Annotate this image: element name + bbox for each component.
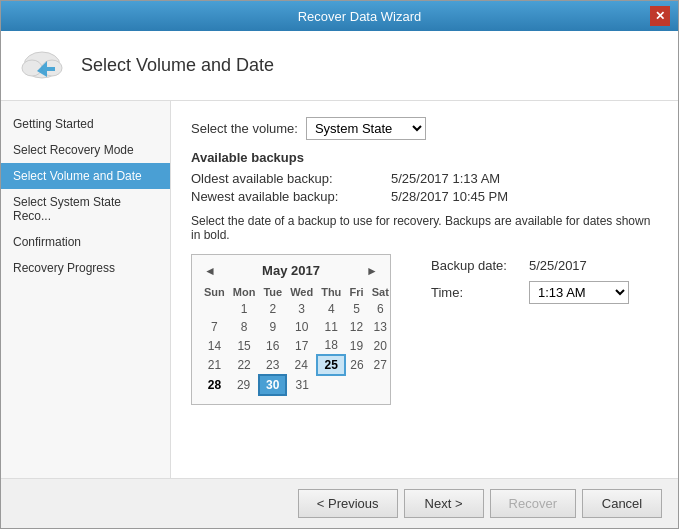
calendar: ◄ May 2017 ► Sun Mon Tue Wed Thu [191, 254, 391, 405]
calendar-day[interactable]: 2 [259, 300, 286, 318]
calendar-day[interactable]: 22 [229, 355, 260, 375]
oldest-backup-row: Oldest available backup: 5/25/2017 1:13 … [191, 171, 658, 186]
calendar-grid: Sun Mon Tue Wed Thu Fri Sat 123456789101… [200, 284, 393, 396]
calendar-day[interactable]: 31 [286, 375, 317, 395]
calendar-prev-button[interactable]: ◄ [200, 264, 220, 278]
day-header-sat: Sat [368, 284, 393, 300]
content-area: Getting Started Select Recovery Mode Sel… [1, 101, 678, 478]
page-title: Select Volume and Date [81, 55, 274, 76]
calendar-day[interactable]: 5 [345, 300, 367, 318]
calendar-day[interactable]: 26 [345, 355, 367, 375]
sidebar-item-select-recovery-mode[interactable]: Select Recovery Mode [1, 137, 170, 163]
calendar-day[interactable]: 21 [200, 355, 229, 375]
calendar-day[interactable]: 18 [317, 336, 345, 355]
available-backups-title: Available backups [191, 150, 658, 165]
volume-label: Select the volume: [191, 121, 298, 136]
sidebar-item-recovery-progress[interactable]: Recovery Progress [1, 255, 170, 281]
date-time-panel: Backup date: 5/25/2017 Time: 1:13 AM 10:… [431, 254, 629, 405]
calendar-day[interactable]: 14 [200, 336, 229, 355]
calendar-next-button[interactable]: ► [362, 264, 382, 278]
calendar-day[interactable]: 16 [259, 336, 286, 355]
calendar-month-title: May 2017 [262, 263, 320, 278]
sidebar-item-select-system-state[interactable]: Select System State Reco... [1, 189, 170, 229]
close-button[interactable]: ✕ [650, 6, 670, 26]
calendar-day[interactable]: 23 [259, 355, 286, 375]
calendar-day[interactable]: 12 [345, 318, 367, 336]
calendar-day[interactable]: 17 [286, 336, 317, 355]
calendar-day[interactable]: 13 [368, 318, 393, 336]
next-button[interactable]: Next > [404, 489, 484, 518]
calendar-day[interactable]: 25 [317, 355, 345, 375]
calendar-day[interactable]: 15 [229, 336, 260, 355]
calendar-day [317, 375, 345, 395]
time-select[interactable]: 1:13 AM 10:45 PM [529, 281, 629, 304]
backup-info: Available backups Oldest available backu… [191, 150, 658, 204]
cancel-button[interactable]: Cancel [582, 489, 662, 518]
volume-row: Select the volume: System State C:\ D:\ [191, 117, 658, 140]
day-header-tue: Tue [259, 284, 286, 300]
calendar-day[interactable]: 4 [317, 300, 345, 318]
previous-button[interactable]: < Previous [298, 489, 398, 518]
calendar-day [368, 375, 393, 395]
day-header-fri: Fri [345, 284, 367, 300]
day-header-mon: Mon [229, 284, 260, 300]
calendar-day[interactable]: 10 [286, 318, 317, 336]
calendar-day[interactable]: 3 [286, 300, 317, 318]
backup-date-value: 5/25/2017 [529, 258, 587, 273]
sidebar: Getting Started Select Recovery Mode Sel… [1, 101, 171, 478]
backup-date-label: Backup date: [431, 258, 521, 273]
calendar-day[interactable]: 6 [368, 300, 393, 318]
calendar-day[interactable]: 1 [229, 300, 260, 318]
calendar-day [345, 375, 367, 395]
calendar-header: ◄ May 2017 ► [200, 263, 382, 278]
calendar-date-section: ◄ May 2017 ► Sun Mon Tue Wed Thu [191, 254, 658, 405]
newest-value: 5/28/2017 10:45 PM [391, 189, 508, 204]
calendar-day[interactable]: 7 [200, 318, 229, 336]
main-panel: Select the volume: System State C:\ D:\ … [171, 101, 678, 478]
oldest-value: 5/25/2017 1:13 AM [391, 171, 500, 186]
day-header-sun: Sun [200, 284, 229, 300]
calendar-day[interactable]: 8 [229, 318, 260, 336]
calendar-day [200, 300, 229, 318]
volume-select[interactable]: System State C:\ D:\ [306, 117, 426, 140]
title-bar-controls: ✕ [650, 6, 670, 26]
calendar-day[interactable]: 11 [317, 318, 345, 336]
window-title: Recover Data Wizard [69, 9, 650, 24]
oldest-label: Oldest available backup: [191, 171, 391, 186]
calendar-day[interactable]: 9 [259, 318, 286, 336]
newest-backup-row: Newest available backup: 5/28/2017 10:45… [191, 189, 658, 204]
wizard-icon [17, 43, 67, 88]
calendar-day[interactable]: 24 [286, 355, 317, 375]
time-label: Time: [431, 285, 521, 300]
header: Select Volume and Date [1, 31, 678, 101]
svg-point-1 [22, 60, 42, 76]
calendar-day[interactable]: 27 [368, 355, 393, 375]
title-bar: Recover Data Wizard ✕ [1, 1, 678, 31]
day-header-thu: Thu [317, 284, 345, 300]
footer: < Previous Next > Recover Cancel [1, 478, 678, 528]
calendar-day[interactable]: 28 [200, 375, 229, 395]
sidebar-item-confirmation[interactable]: Confirmation [1, 229, 170, 255]
calendar-day[interactable]: 30 [259, 375, 286, 395]
newest-label: Newest available backup: [191, 189, 391, 204]
backup-date-row: Backup date: 5/25/2017 [431, 258, 629, 273]
calendar-day[interactable]: 20 [368, 336, 393, 355]
recover-button[interactable]: Recover [490, 489, 576, 518]
main-window: Recover Data Wizard ✕ Select Volume and … [0, 0, 679, 529]
sidebar-item-getting-started[interactable]: Getting Started [1, 111, 170, 137]
hint-text: Select the date of a backup to use for r… [191, 214, 658, 242]
sidebar-item-select-volume-date[interactable]: Select Volume and Date [1, 163, 170, 189]
calendar-day[interactable]: 29 [229, 375, 260, 395]
time-row: Time: 1:13 AM 10:45 PM [431, 281, 629, 304]
day-header-wed: Wed [286, 284, 317, 300]
calendar-day[interactable]: 19 [345, 336, 367, 355]
